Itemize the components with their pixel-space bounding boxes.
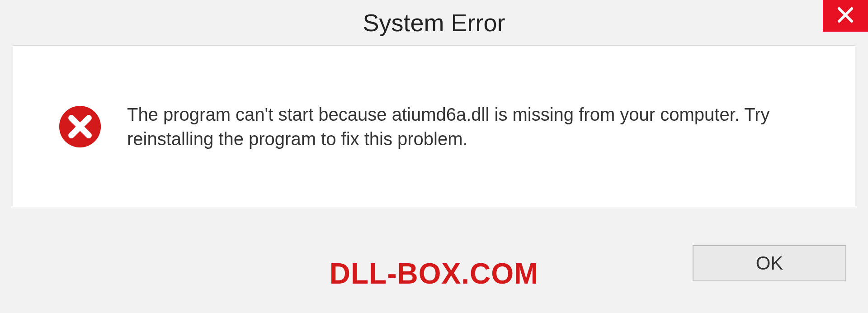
close-icon	[836, 6, 854, 26]
watermark-text: DLL-BOX.COM	[330, 257, 539, 290]
dialog-content: The program can't start because atiumd6a…	[13, 45, 855, 208]
titlebar: System Error	[0, 0, 868, 41]
dialog-title: System Error	[363, 9, 505, 37]
dialog-footer: DLL-BOX.COM OK	[0, 223, 868, 313]
ok-button[interactable]: OK	[693, 245, 846, 281]
dialog-message: The program can't start because atiumd6a…	[127, 102, 837, 151]
error-icon	[58, 105, 102, 148]
close-button[interactable]	[823, 0, 868, 32]
